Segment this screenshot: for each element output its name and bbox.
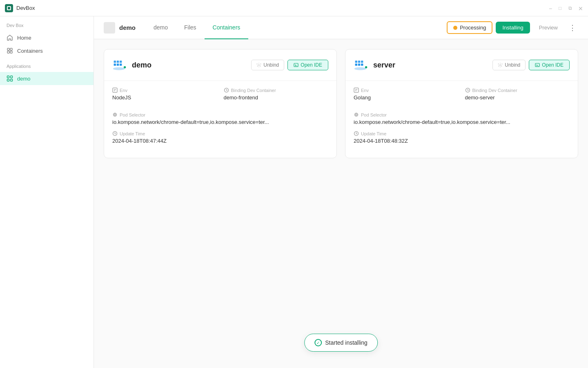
open-ide-button-demo[interactable]: Open IDE xyxy=(287,60,328,70)
preview-button[interactable]: Preview xyxy=(533,22,564,34)
svg-rect-7 xyxy=(11,79,13,81)
container-card-demo: demo Unbind xyxy=(104,49,337,158)
docker-icon-demo xyxy=(112,58,127,72)
grid-icon xyxy=(7,75,13,82)
svg-point-29 xyxy=(365,66,367,68)
pod-label-server: Pod Selector xyxy=(354,112,570,117)
card-field-pod-demo: Pod Selector io.kompose.network/chrome-d… xyxy=(112,112,328,125)
svg-rect-2 xyxy=(7,51,9,53)
svg-rect-10 xyxy=(120,61,122,63)
pod-label-demo: Pod Selector xyxy=(112,112,328,117)
svg-point-14 xyxy=(113,67,125,70)
processing-dot xyxy=(453,26,457,30)
card-field-time-server: Update Time 2024-04-18T08:48:32Z xyxy=(354,131,570,144)
svg-rect-11 xyxy=(114,63,116,65)
card-env-binding-row-demo: Env NodeJS Binding Dev Container demo-fr… xyxy=(112,88,328,106)
processing-label: Processing xyxy=(460,25,486,31)
svg-rect-6 xyxy=(7,79,9,81)
tab-files[interactable]: Files xyxy=(176,16,205,39)
env-label-server: Env xyxy=(354,88,459,93)
minimize-button[interactable]: − xyxy=(549,6,554,11)
toast-message: Started installing xyxy=(325,339,368,346)
unbind-button-server[interactable]: Unbind xyxy=(492,60,526,70)
containers-icon xyxy=(7,47,13,54)
status-area: Processing Installing Preview ⋮ xyxy=(447,21,578,34)
close-button[interactable]: ✕ xyxy=(578,6,583,11)
sidebar-item-home-label: Home xyxy=(17,35,31,41)
card-field-env-server: Env Golang xyxy=(354,88,459,101)
pod-value-server: io.kompose.network/chrome-default=true,i… xyxy=(354,119,570,125)
sidebar-item-containers-label: Containers xyxy=(17,48,43,54)
card-divider-demo xyxy=(104,81,336,81)
svg-point-28 xyxy=(354,67,366,70)
svg-point-15 xyxy=(124,66,126,68)
tab-containers[interactable]: Containers xyxy=(205,16,249,39)
window-controls: − □ ⧉ ✕ xyxy=(549,6,583,11)
card-header-server: server Unbind xyxy=(354,58,570,72)
installing-button[interactable]: Installing xyxy=(496,22,530,34)
sidebar-section-applications: Applications xyxy=(0,64,94,72)
app-title: DevBox xyxy=(16,5,549,11)
svg-rect-4 xyxy=(7,76,9,78)
containers-grid: demo Unbind xyxy=(104,49,578,158)
svg-rect-31 xyxy=(354,88,359,92)
svg-rect-16 xyxy=(294,63,298,67)
sidebar-item-demo-label: demo xyxy=(17,76,31,82)
time-label-demo: Update Time xyxy=(112,131,328,136)
svg-rect-9 xyxy=(117,61,119,63)
unbind-label-demo: Unbind xyxy=(263,62,279,68)
time-label-server: Update Time xyxy=(354,131,570,136)
svg-point-19 xyxy=(114,113,117,117)
processing-badge: Processing xyxy=(447,21,492,34)
svg-rect-22 xyxy=(355,61,357,63)
content-header: demo demo Files Containers Processing In… xyxy=(94,16,588,39)
sidebar-item-home[interactable]: Home xyxy=(0,31,94,44)
binding-label-server: Binding Dev Container xyxy=(465,88,570,93)
open-ide-button-server[interactable]: Open IDE xyxy=(529,60,570,70)
card-name-server: server xyxy=(373,61,492,70)
home-icon xyxy=(7,34,13,41)
svg-rect-24 xyxy=(361,61,363,63)
card-field-binding-server: Binding Dev Container demo-server xyxy=(465,88,570,101)
binding-label-demo: Binding Dev Container xyxy=(224,88,329,93)
svg-rect-25 xyxy=(355,63,357,65)
time-value-server: 2024-04-18T08:48:32Z xyxy=(354,138,570,144)
tabs: demo Files Containers xyxy=(145,16,447,39)
svg-rect-0 xyxy=(7,48,9,50)
svg-rect-27 xyxy=(361,63,363,65)
sidebar: Dev Box Home Containers Applications xyxy=(0,16,94,368)
sidebar-item-containers[interactable]: Containers xyxy=(0,44,94,57)
env-value-demo: NodeJS xyxy=(112,94,217,101)
svg-rect-8 xyxy=(114,61,116,63)
env-label-demo: Env xyxy=(112,88,217,93)
sidebar-item-demo[interactable]: demo xyxy=(0,72,94,85)
content-area: demo demo Files Containers Processing In… xyxy=(94,16,588,368)
app-name: demo xyxy=(119,24,136,31)
content-body: demo Unbind xyxy=(94,39,588,368)
card-field-binding-demo: Binding Dev Container demo-frontend xyxy=(224,88,329,101)
card-divider-server xyxy=(345,81,578,81)
app-icon xyxy=(104,22,115,34)
docker-icon-server xyxy=(354,58,368,72)
env-value-server: Golang xyxy=(354,94,459,101)
time-value-demo: 2024-04-18T08:47:44Z xyxy=(112,138,328,144)
card-env-binding-row-server: Env Golang Binding Dev Container demo-se… xyxy=(354,88,570,106)
titlebar: DevBox − □ ⧉ ✕ xyxy=(0,0,588,16)
binding-value-demo: demo-frontend xyxy=(224,94,329,101)
tab-demo[interactable]: demo xyxy=(145,16,176,39)
maximize-button[interactable]: □ xyxy=(559,6,564,11)
svg-rect-3 xyxy=(10,51,12,53)
unbind-button-demo[interactable]: Unbind xyxy=(251,60,284,70)
app-logo xyxy=(5,4,13,12)
card-field-pod-server: Pod Selector io.kompose.network/chrome-d… xyxy=(354,112,570,125)
toast-notification: ✓ Started installing xyxy=(304,334,378,352)
svg-rect-26 xyxy=(358,63,360,65)
svg-rect-5 xyxy=(11,76,13,78)
card-field-time-demo: Update Time 2024-04-18T08:47:44Z xyxy=(112,131,328,144)
more-options-button[interactable]: ⋮ xyxy=(567,22,578,34)
external-button[interactable]: ⧉ xyxy=(568,6,573,11)
svg-rect-1 xyxy=(10,48,12,50)
app-body: Dev Box Home Containers Applications xyxy=(0,16,588,368)
svg-rect-30 xyxy=(535,63,539,67)
card-field-env-demo: Env NodeJS xyxy=(112,88,217,101)
